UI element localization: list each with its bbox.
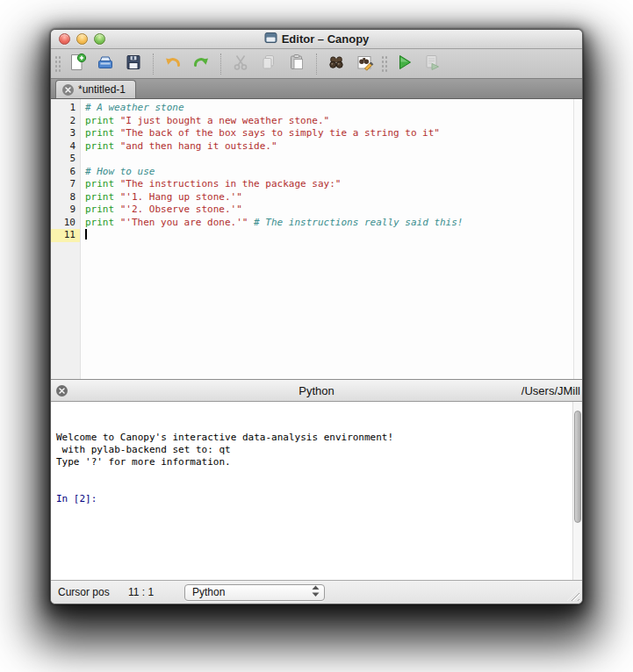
find-binoculars-icon — [327, 53, 346, 75]
redo-button[interactable] — [190, 53, 212, 75]
popup-stepper-icon — [312, 585, 320, 600]
run-play-icon — [394, 53, 414, 75]
code-line[interactable]: print "The back of the box says to simpl… — [85, 127, 582, 140]
run-button[interactable] — [392, 53, 415, 75]
undo-icon — [163, 53, 183, 75]
tab-close-icon[interactable] — [62, 84, 74, 96]
find-replace-icon — [355, 53, 374, 75]
open-file-button[interactable] — [94, 53, 117, 75]
line-number: 7 — [51, 178, 80, 191]
undo-button[interactable] — [162, 53, 184, 75]
code-line[interactable]: print "I just bought a new weather stone… — [85, 115, 582, 128]
redo-icon — [191, 53, 211, 75]
paste-button[interactable] — [285, 53, 308, 75]
console-scrollbar[interactable] — [572, 402, 582, 580]
console-output: Welcome to Canopy's interactive data-ana… — [56, 432, 568, 505]
console-panel-title: Python — [51, 384, 582, 397]
toolbar-drag-handle[interactable] — [54, 55, 61, 73]
paste-clipboard-icon — [287, 53, 306, 75]
line-number: 10 — [51, 217, 80, 230]
editor-window: Editor – Canopy — [50, 29, 583, 604]
zoom-window-button[interactable] — [94, 33, 105, 45]
titlebar[interactable]: Editor – Canopy — [51, 30, 582, 49]
code-editor[interactable]: 1234567891011 # A weather stoneprint "I … — [51, 99, 582, 380]
new-file-button[interactable] — [66, 53, 89, 75]
cursor-position-label: Cursor pos — [58, 586, 110, 598]
language-select-value: Python — [192, 586, 312, 598]
line-number: 8 — [51, 191, 80, 204]
code-line[interactable]: print "'2. Observe stone.'" — [85, 204, 582, 217]
console-panel-header[interactable]: Python /Users/JMill — [51, 380, 582, 402]
console-prompt: In [2]: — [56, 493, 568, 505]
line-number: 6 — [51, 166, 80, 179]
code-line[interactable] — [85, 229, 582, 242]
tab-untitled-1[interactable]: *untitled-1 — [55, 80, 136, 98]
console-scrollbar-thumb[interactable] — [574, 411, 581, 523]
toolbar-separator — [220, 54, 221, 75]
language-select[interactable]: Python — [184, 584, 325, 601]
code-line[interactable]: print "and then hang it outside." — [85, 140, 582, 154]
cut-button[interactable] — [229, 53, 252, 75]
find-button[interactable] — [325, 53, 348, 75]
console-output-line: with pylab-backend set to: qt — [56, 444, 568, 456]
line-number: 2 — [51, 115, 80, 128]
window-resize-grip[interactable] — [567, 589, 579, 601]
code-lines[interactable]: # A weather stoneprint "I just bought a … — [81, 99, 582, 379]
run-selection-button[interactable] — [421, 53, 443, 75]
copy-button[interactable] — [257, 53, 280, 75]
run-selection-icon — [422, 53, 442, 75]
code-line[interactable] — [85, 153, 582, 166]
find-replace-button[interactable] — [353, 53, 376, 75]
text-cursor — [85, 229, 87, 239]
code-line[interactable]: # How to use — [85, 166, 582, 179]
save-file-button[interactable] — [122, 53, 145, 75]
close-window-button[interactable] — [59, 33, 70, 45]
code-line[interactable]: print "The instructions in the package s… — [85, 178, 582, 191]
line-number: 5 — [51, 153, 80, 166]
toolbar-drag-handle[interactable] — [381, 55, 387, 73]
cursor-position-value: 11 : 1 — [128, 586, 154, 598]
python-console[interactable]: Welcome to Canopy's interactive data-ana… — [51, 402, 582, 580]
open-file-icon — [96, 53, 115, 75]
line-number: 11 — [51, 229, 80, 242]
code-line[interactable]: # A weather stone — [85, 102, 582, 115]
console-close-icon[interactable] — [56, 385, 68, 397]
line-number: 3 — [51, 127, 80, 140]
tab-label: *untitled-1 — [78, 83, 126, 96]
console-output-line: Type '?' for more information. — [56, 456, 568, 468]
status-bar: Cursor pos 11 : 1 Python — [51, 580, 582, 604]
toolbar-separator — [153, 54, 154, 75]
save-file-icon — [124, 53, 143, 75]
line-number-gutter: 1234567891011 — [51, 99, 81, 379]
tab-bar: *untitled-1 — [51, 78, 582, 99]
toolbar — [51, 49, 582, 78]
console-output-line — [56, 468, 568, 481]
window-proxy-icon — [264, 32, 277, 47]
window-title: Editor – Canopy — [282, 32, 370, 46]
editor-scrollbar[interactable] — [573, 99, 582, 379]
cut-scissors-icon — [231, 53, 250, 75]
traffic-lights — [59, 33, 105, 45]
console-output-line — [56, 481, 568, 493]
new-file-icon — [68, 53, 87, 75]
line-number: 9 — [51, 204, 80, 217]
toolbar-separator — [316, 54, 317, 75]
code-line[interactable]: print "'Then you are done.'" # The instr… — [85, 217, 582, 230]
code-line[interactable]: print "'1. Hang up stone.'" — [85, 191, 582, 204]
copy-icon — [259, 53, 278, 75]
line-number: 1 — [51, 102, 80, 115]
line-number: 4 — [51, 140, 80, 154]
minimize-window-button[interactable] — [76, 33, 88, 45]
console-working-directory: /Users/JMill — [522, 384, 580, 397]
console-output-line: Welcome to Canopy's interactive data-ana… — [56, 432, 568, 444]
